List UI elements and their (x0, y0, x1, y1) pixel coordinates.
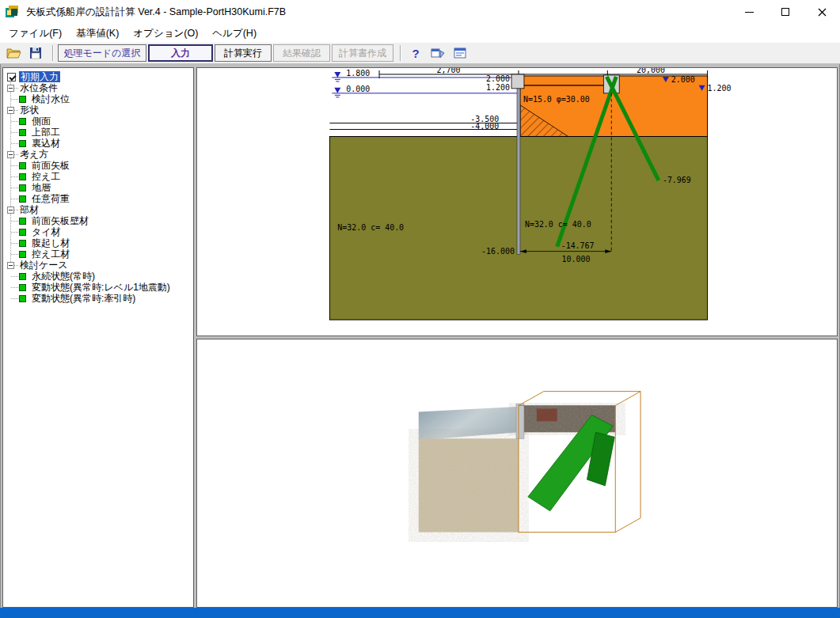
anchor-tip-long-label: -14.767 (561, 241, 595, 250)
menu-file[interactable]: ファイル(F) (2, 25, 69, 43)
tree-item-superstructure[interactable]: 上部工 (3, 127, 193, 138)
tree-item-water-level-condition[interactable]: 水位条件 (3, 82, 193, 93)
collapse-icon[interactable] (7, 107, 14, 114)
tree-item-tie-material[interactable]: タイ材 (3, 226, 193, 237)
tie-level-label: 1.200 (486, 83, 510, 92)
green-status-icon (19, 96, 26, 103)
status-bar (0, 608, 840, 618)
design-depth-label: -4.000 (470, 122, 499, 131)
green-status-icon (19, 251, 26, 258)
anchor-tip-short-label: -7.969 (663, 176, 691, 184)
green-status-icon (19, 118, 26, 125)
green-status-icon (19, 273, 26, 280)
tree-item-soil-layers[interactable]: 地層 (3, 182, 193, 193)
tree-item-shape[interactable]: 形状 (3, 104, 193, 116)
dimension-label-left: 2,700 (437, 68, 461, 74)
anchor-distance-label: 10.000 (562, 255, 591, 264)
green-status-icon (19, 229, 26, 236)
collapse-icon[interactable] (7, 207, 14, 214)
green-status-icon (19, 140, 26, 147)
input-button[interactable]: 入力 (148, 44, 213, 62)
collapse-icon[interactable] (7, 262, 14, 269)
green-status-icon (19, 184, 26, 191)
green-status-icon (19, 240, 26, 247)
sheet-pile-wall (517, 76, 520, 255)
tree-item-design-approach[interactable]: 考え方 (3, 149, 193, 160)
tree-item-initial-input[interactable]: 初期入力 (3, 71, 193, 82)
lwl-label: 0.000 (346, 85, 370, 93)
toolbar: 処理モードの選択 入力 計算実行 結果確認 計算書作成 ? (0, 43, 840, 64)
residual-water-level-label: 1.200 (708, 84, 732, 93)
window-controls (731, 0, 840, 24)
cap-level-label: 2.000 (486, 74, 510, 83)
collapse-icon[interactable] (7, 85, 14, 92)
help-button[interactable]: ? (405, 44, 426, 62)
green-status-icon (19, 162, 26, 169)
help-icon: ? (412, 47, 419, 60)
minimize-button[interactable] (731, 0, 767, 24)
green-status-icon (19, 195, 26, 203)
tree-item-design-water-level[interactable]: 検討水位 (3, 93, 193, 104)
open-file-button[interactable] (3, 44, 24, 62)
upper-soil-label: N=15.0 φ=30.00 (523, 95, 590, 104)
tree-item-anchor-work[interactable]: 控え工 (3, 171, 193, 182)
3d-view-panel (196, 339, 838, 608)
sheet-pile-3d (516, 404, 524, 439)
toolbar-separator (52, 45, 53, 61)
dimension-label-right: 20,000 (637, 68, 665, 74)
menu-options[interactable]: オプション(O) (126, 25, 205, 43)
save-button[interactable] (25, 44, 46, 62)
green-status-icon (19, 284, 26, 291)
tree-item-side-view[interactable]: 側面 (3, 116, 193, 127)
lower-soil-right-label: N=32.0 c= 40.0 (525, 220, 591, 229)
cross-section-panel: -3.500 -4.000 1.800 0.000 2,700 20,000 (196, 67, 838, 336)
tree-item-anchor-work-material[interactable]: 控え工材 (3, 248, 193, 260)
close-button[interactable] (804, 0, 840, 24)
menu-standards[interactable]: 基準値(K) (69, 25, 126, 43)
ground-level-label: 2.000 (671, 75, 695, 84)
3d-view-button[interactable] (428, 44, 448, 62)
mode-select-button[interactable]: 処理モードの選択 (58, 44, 146, 62)
tree-item-waling-material[interactable]: 腹起し材 (3, 237, 193, 248)
menu-bar: ファイル(F) 基準値(K) オプション(O) ヘルプ(H) (0, 24, 840, 43)
menu-help[interactable]: ヘルプ(H) (205, 25, 264, 43)
tree-item-backfill-material[interactable]: 裏込材 (3, 138, 193, 149)
minimize-icon (745, 12, 754, 13)
toolbar-separator (400, 45, 401, 61)
report-create-button: 計算書作成 (332, 44, 393, 62)
window-list-button[interactable] (450, 44, 470, 62)
maximize-button[interactable] (767, 0, 804, 24)
open-folder-icon (6, 47, 21, 59)
maximize-icon (781, 8, 789, 16)
title-bar: 矢板式係船岸の設計計算 Ver.4 - Sample-PortH30Kumi.F… (0, 0, 840, 24)
save-floppy-icon (29, 47, 42, 59)
tree-item-front-sheet-pile[interactable]: 前面矢板 (3, 160, 193, 171)
lower-soil-left-label: N=32.0 c= 40.0 (337, 223, 404, 232)
tree-item-members[interactable]: 部材 (3, 204, 193, 215)
green-status-icon (19, 129, 26, 136)
window-list-icon (454, 47, 466, 59)
tree-item-permanent-case[interactable]: 永続状態(常時) (3, 271, 193, 282)
window-title: 矢板式係船岸の設計計算 Ver.4 - Sample-PortH30Kumi.F… (26, 6, 286, 19)
3d-model-view (197, 339, 837, 607)
tree-item-variable-case-towing[interactable]: 変動状態(異常時:牽引時) (3, 293, 193, 304)
hwl-label: 1.800 (346, 69, 370, 78)
close-icon (818, 8, 827, 17)
checked-checkbox-icon[interactable] (7, 73, 16, 82)
cross-section-drawing: -3.500 -4.000 1.800 0.000 2,700 20,000 (197, 68, 837, 336)
app-icon (6, 6, 20, 18)
tree-item-variable-case-earthquake[interactable]: 変動状態(異常時:レベル1地震動) (3, 282, 193, 293)
3d-view-icon (431, 47, 445, 59)
tree-item-arbitrary-load[interactable]: 任意荷重 (3, 193, 193, 204)
tree-item-study-cases[interactable]: 検討ケース (3, 260, 193, 271)
green-status-icon (19, 173, 26, 180)
coping-cap (511, 74, 524, 89)
navigation-tree-panel: 初期入力 水位条件 検討水位 形状 側面 上部工 裏込材 考え方 (2, 67, 194, 608)
pile-tip-label: -16.000 (481, 247, 515, 256)
red-texture-patch (537, 408, 557, 421)
tree-item-front-sheet-pile-material[interactable]: 前面矢板壁材 (3, 215, 193, 226)
green-status-icon (19, 218, 26, 225)
collapse-icon[interactable] (7, 151, 14, 158)
result-confirm-button: 結果確認 (273, 44, 330, 62)
calc-run-button[interactable]: 計算実行 (215, 44, 272, 62)
